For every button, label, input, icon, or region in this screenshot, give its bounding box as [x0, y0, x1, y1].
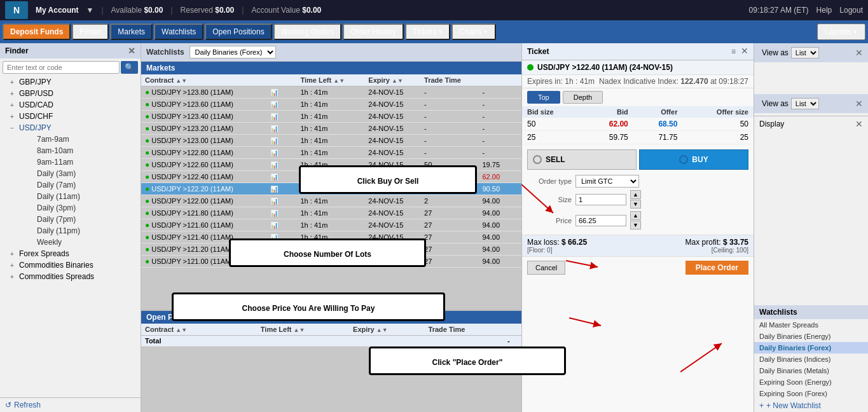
charts-button[interactable]: Charts — [451, 24, 495, 40]
market-row[interactable]: ● USD/JPY >121.00 (11AM) 📊 1h : 41m 24-N… — [141, 256, 521, 268]
market-contract: ● USD/JPY >123.60 (11AM) — [141, 99, 266, 111]
tree-item-usdchf[interactable]: + USD/CHF — [0, 111, 141, 122]
account-name[interactable]: My Account — [36, 6, 79, 15]
market-row[interactable]: ● USD/JPY >121.80 (11AM) 📊 1h : 41m 24-N… — [141, 207, 521, 219]
help-link[interactable]: Help — [816, 6, 832, 15]
place-order-button[interactable]: Place Order — [685, 261, 748, 275]
markets-button[interactable]: Markets — [110, 24, 153, 40]
tree-item-7am9am[interactable]: + 7am-9am — [15, 134, 141, 145]
market-row[interactable]: ● USD/JPY >122.60 (11AM) 📊 1h : 41m 24-N… — [141, 159, 521, 171]
tree-item-daily3pm[interactable]: + Daily (3pm) — [15, 202, 141, 214]
watchlist-item-forex[interactable]: Daily Binaries (Forex) — [754, 342, 868, 354]
cancel-button[interactable]: Cancel — [527, 261, 565, 275]
tree-item-daily7am[interactable]: + Daily (7am) — [15, 179, 141, 191]
watchlist-item-all-master[interactable]: All Master Spreads — [754, 319, 868, 331]
market-chart-icon[interactable]: 📊 — [266, 86, 286, 99]
market-chart-icon[interactable]: 📊 — [266, 123, 286, 135]
size-down-button[interactable]: ▼ — [630, 200, 641, 209]
market-contract: ● USD/JPY >123.40 (11AM) — [141, 111, 266, 123]
tree-item-gbpjpy[interactable]: + GBP/JPY — [0, 76, 141, 88]
size-input[interactable] — [575, 194, 626, 205]
tree-item-gbpusd[interactable]: + GBP/USD — [0, 88, 141, 99]
tree-item-8am10am[interactable]: + 8am-10am — [15, 145, 141, 156]
price-up-button[interactable]: ▲ — [630, 211, 641, 220]
size-up-button[interactable]: ▲ — [630, 190, 641, 199]
ticket-close-button[interactable]: ✕ — [741, 46, 748, 57]
tree-item-9am11am[interactable]: + 9am-11am — [15, 156, 141, 168]
market-row[interactable]: ● USD/JPY >123.60 (11AM) 📊 1h : 41m 24-N… — [141, 99, 521, 111]
dropdown-arrow[interactable]: ▼ — [86, 6, 94, 15]
finder-button[interactable]: Finder — [72, 24, 109, 40]
layouts-button[interactable]: Layouts — [817, 24, 865, 40]
order-history-button[interactable]: Order History — [343, 24, 403, 40]
market-row[interactable]: ● USD/JPY >123.00 (11AM) 📊 1h : 41m 24-N… — [141, 135, 521, 147]
ticket-menu-icon[interactable]: ≡ — [729, 46, 738, 57]
watchlist-item-expiring-forex[interactable]: Expiring Soon (Forex) — [754, 388, 868, 399]
tree-item-weekly[interactable]: + Weekly — [15, 237, 141, 248]
far-right-close-1[interactable]: ✕ — [855, 48, 863, 58]
tree-item-commodities-binaries[interactable]: + Commodities Binaries — [0, 259, 141, 271]
market-row[interactable]: ● USD/JPY >122.80 (11AM) 📊 1h : 41m 24-N… — [141, 147, 521, 159]
watchlists-dropdown[interactable]: Daily Binaries (Forex) — [189, 46, 276, 58]
finder-search-button[interactable]: 🔍 — [121, 61, 138, 74]
market-row[interactable]: ● USD/JPY >123.80 (11AM) 📊 1h : 41m 24-N… — [141, 86, 521, 99]
market-chart-icon[interactable]: 📊 — [266, 171, 286, 183]
price-input[interactable] — [575, 215, 626, 226]
market-row[interactable]: ● USD/JPY >122.40 (11AM) 📊 1h : 41m 24-N… — [141, 171, 521, 183]
market-row[interactable]: ● USD/JPY >123.20 (11AM) 📊 1h : 41m 24-N… — [141, 123, 521, 135]
pos-col-3 — [243, 324, 256, 336]
market-row[interactable]: ● USD/JPY >123.40 (11AM) 📊 1h : 41m 24-N… — [141, 111, 521, 123]
market-row[interactable]: ● USD/JPY >121.40 (11AM) 📊 1h : 41m 24-N… — [141, 231, 521, 244]
sell-button[interactable]: SELL — [527, 149, 637, 170]
open-positions-button[interactable]: Open Positions — [205, 24, 272, 40]
top-tab[interactable]: Top — [527, 91, 560, 104]
working-orders-button[interactable]: Working Orders — [273, 24, 342, 40]
tree-item-daily11pm[interactable]: + Daily (11pm) — [15, 225, 141, 237]
market-chart-icon[interactable]: 📊 — [266, 159, 286, 171]
display-close[interactable]: ✕ — [855, 119, 863, 129]
market-expiry: 24-NOV-15 — [364, 86, 420, 99]
tree-item-daily3am[interactable]: + Daily (3am) — [15, 168, 141, 179]
market-row[interactable]: ● USD/JPY >122.20 (11AM) 📊 1h : 41m 24-N… — [141, 183, 521, 195]
buy-button[interactable]: BUY — [639, 149, 748, 170]
watchlist-item-expiring-energy[interactable]: Expiring Soon (Energy) — [754, 376, 868, 388]
market-chart-icon[interactable]: 📊 — [266, 244, 286, 256]
order-type-select[interactable]: Limit GTC — [575, 175, 639, 188]
watchlist-item-energy[interactable]: Daily Binaries (Energy) — [754, 331, 868, 342]
tickets-button[interactable]: Tickets — [405, 24, 450, 40]
depth-tab[interactable]: Depth — [563, 91, 603, 104]
market-chart-icon[interactable]: 📊 — [266, 207, 286, 219]
market-row[interactable]: ● USD/JPY >121.60 (11AM) 📊 1h : 41m 24-N… — [141, 219, 521, 231]
watchlists-button[interactable]: Watchlists — [154, 24, 203, 40]
price-down-button[interactable]: ▼ — [630, 221, 641, 230]
new-watchlist-button[interactable]: + + New Watchlist — [754, 399, 868, 412]
market-chart-icon[interactable]: 📊 — [266, 231, 286, 244]
market-row[interactable]: ● USD/JPY >121.20 (11AM) 📊 1h : 41m 24-N… — [141, 244, 521, 256]
market-chart-icon[interactable]: 📊 — [266, 147, 286, 159]
market-row[interactable]: ● USD/JPY >122.00 (11AM) 📊 1h : 41m 24-N… — [141, 195, 521, 207]
tree-item-daily7pm[interactable]: + Daily (7pm) — [15, 214, 141, 225]
far-right-close-2[interactable]: ✕ — [855, 99, 863, 109]
watchlist-item-metals[interactable]: Daily Binaries (Metals) — [754, 365, 868, 376]
market-chart-icon[interactable]: 📊 — [266, 183, 286, 195]
market-chart-icon[interactable]: 📊 — [266, 256, 286, 268]
market-chart-icon[interactable]: 📊 — [266, 219, 286, 231]
tree-item-commodities-spreads[interactable]: + Commodities Spreads — [0, 271, 141, 282]
tree-item-forex-spreads[interactable]: + Forex Spreads — [0, 248, 141, 259]
tree-item-usdjpy[interactable]: − USD/JPY — [0, 122, 141, 134]
view-as-select-2[interactable]: List — [791, 98, 819, 109]
finder-close-button[interactable]: ✕ — [128, 46, 135, 56]
view-as-select-1[interactable]: List — [791, 47, 819, 58]
deposit-button[interactable]: Deposit Funds — [3, 24, 71, 40]
logout-link[interactable]: Logout — [839, 6, 863, 15]
watchlist-item-indices[interactable]: Daily Binaries (Indices) — [754, 354, 868, 365]
refresh-bar[interactable]: ↺ Refresh — [0, 397, 141, 412]
market-chart-icon[interactable]: 📊 — [266, 111, 286, 123]
tree-item-usdcad[interactable]: + USD/CAD — [0, 99, 141, 111]
finder-search-input[interactable] — [3, 61, 120, 74]
market-chart-icon[interactable]: 📊 — [266, 195, 286, 207]
tree-item-daily11am[interactable]: + Daily (11am) — [15, 191, 141, 202]
market-chart-icon[interactable]: 📊 — [266, 135, 286, 147]
market-chart-icon[interactable]: 📊 — [266, 99, 286, 111]
ticket-header: Ticket ≡ ✕ — [522, 43, 754, 60]
